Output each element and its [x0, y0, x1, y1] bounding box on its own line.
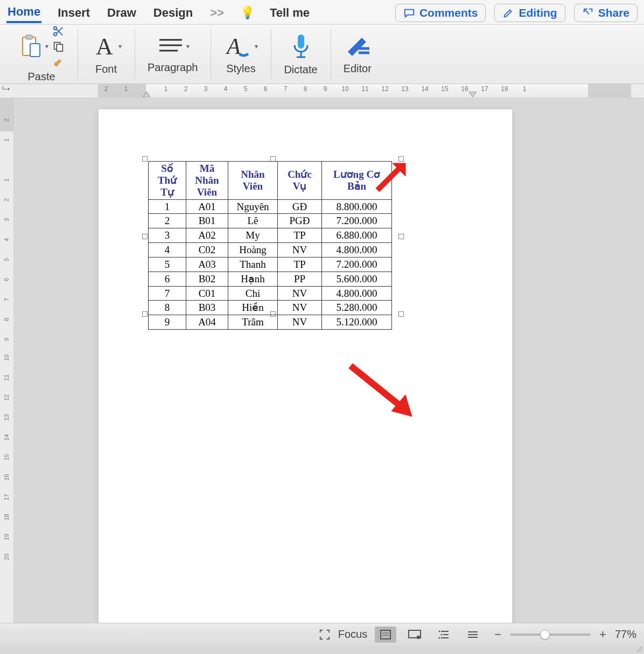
table-row[interactable]: 2B01LêPGĐ7.200.000 [149, 214, 392, 228]
document-page[interactable]: Số Thứ Tự Mã Nhân Viên Nhân Viên Chức Vụ… [98, 109, 513, 630]
window-resize-corner[interactable] [635, 645, 643, 653]
table-cell[interactable]: C01 [186, 286, 228, 301]
cut-button[interactable] [52, 25, 64, 37]
editor-button[interactable] [344, 33, 372, 59]
table-cell[interactable]: Lê [228, 214, 278, 228]
resize-handle-bl[interactable] [142, 311, 148, 317]
zoom-out-button[interactable]: − [491, 628, 505, 642]
table-cell[interactable]: Hiền [228, 301, 278, 315]
tab-design[interactable]: Design [152, 4, 194, 22]
table-cell[interactable]: 4 [149, 243, 186, 258]
comments-button[interactable]: Comments [395, 4, 486, 22]
table-cell[interactable]: My [228, 228, 278, 243]
resize-handle-ml[interactable] [142, 234, 148, 239]
font-dialog-button[interactable]: A ▾ [90, 33, 122, 60]
table-row[interactable]: 9A04TrâmNV5.120.000 [149, 315, 392, 330]
view-web-layout[interactable] [404, 627, 425, 643]
table-cell[interactable]: B03 [186, 301, 228, 315]
paragraph-dialog-button[interactable]: ▾ [156, 34, 190, 58]
table-cell[interactable]: 8 [149, 301, 186, 315]
table-cell[interactable]: NV [278, 286, 322, 301]
table-cell[interactable]: 8.800.000 [322, 199, 392, 214]
table-cell[interactable]: 5.280.000 [322, 301, 392, 315]
horizontal-ruler[interactable]: 211234567891011121314151617181 [98, 84, 631, 98]
employee-table[interactable]: Số Thứ Tự Mã Nhân Viên Nhân Viên Chức Vụ… [148, 161, 392, 330]
table-cell[interactable]: 2 [149, 214, 186, 228]
indent-marker-first[interactable] [143, 92, 150, 97]
table-cell[interactable]: PGĐ [278, 214, 322, 228]
focus-label[interactable]: Focus [338, 628, 367, 641]
tab-home[interactable]: Home [6, 3, 41, 23]
resize-handle-tl[interactable] [142, 156, 148, 162]
format-painter-button[interactable] [52, 55, 65, 67]
table-cell[interactable]: 1 [149, 199, 186, 214]
tab-draw[interactable]: Draw [106, 4, 137, 22]
th-stt[interactable]: Số Thứ Tự [149, 162, 186, 200]
table-cell[interactable]: 7.200.000 [322, 257, 392, 272]
table-cell[interactable]: 6 [149, 272, 186, 286]
table-cell[interactable]: NV [278, 315, 322, 330]
table-cell[interactable]: Nguyên [228, 199, 278, 214]
table-cell[interactable]: B02 [186, 272, 228, 286]
table-row[interactable]: 8B03HiềnNV5.280.000 [149, 301, 392, 315]
table-cell[interactable]: 4.800.000 [322, 243, 392, 258]
table-cell[interactable]: 5.600.000 [322, 272, 392, 286]
tab-stop-selector[interactable]: ⮡ [2, 85, 11, 94]
table-cell[interactable]: GĐ [278, 199, 322, 214]
table-cell[interactable]: A02 [186, 228, 228, 243]
table-cell[interactable]: Thanh [228, 257, 278, 272]
table-row[interactable]: 5A03ThanhTP7.200.000 [149, 257, 392, 272]
table-cell[interactable]: A03 [186, 257, 228, 272]
view-outline[interactable] [433, 627, 454, 643]
table-cell[interactable]: TP [278, 228, 322, 243]
share-button[interactable]: Share [574, 4, 638, 22]
table-row[interactable]: 4C02HoàngNV4.800.000 [149, 243, 392, 258]
table-cell[interactable]: 4.800.000 [322, 286, 392, 301]
table-cell[interactable]: TP [278, 257, 322, 272]
zoom-slider-thumb[interactable] [540, 630, 550, 639]
table-cell[interactable]: 7.200.000 [322, 214, 392, 228]
table-cell[interactable]: 7 [149, 286, 186, 301]
table-cell[interactable]: 5.120.000 [322, 315, 392, 330]
zoom-slider[interactable] [510, 634, 591, 636]
view-print-layout[interactable] [375, 627, 396, 643]
table-cell[interactable]: 9 [149, 315, 186, 330]
table-cell[interactable]: 6.880.000 [322, 228, 392, 243]
table-cell[interactable]: B01 [186, 214, 228, 228]
table-cell[interactable]: NV [278, 301, 322, 315]
table-cell[interactable]: 3 [149, 228, 186, 243]
copy-button[interactable] [52, 40, 64, 52]
paste-button[interactable]: ▾ [18, 33, 48, 60]
table-row[interactable]: 1A01NguyênGĐ8.800.000 [149, 199, 392, 214]
tab-insert[interactable]: Insert [57, 4, 91, 22]
table-cell[interactable]: Chi [228, 286, 278, 301]
table-cell[interactable]: A01 [186, 199, 228, 214]
th-ma-nv[interactable]: Mã Nhân Viên [186, 162, 228, 200]
table-cell[interactable]: Trâm [228, 315, 278, 330]
vertical-ruler[interactable]: 211234567891011121314151617181920 [0, 98, 14, 630]
focus-mode-button[interactable] [319, 629, 331, 641]
table-cell[interactable]: A04 [186, 315, 228, 330]
tabs-overflow[interactable]: >> [209, 4, 225, 22]
zoom-in-button[interactable]: + [596, 628, 610, 642]
table-cell[interactable]: PP [278, 272, 322, 286]
table-row[interactable]: 6B02HạnhPP5.600.000 [149, 272, 392, 286]
table-cell[interactable]: C02 [186, 243, 228, 258]
indent-marker-right[interactable] [469, 92, 477, 97]
table-cell[interactable]: 5 [149, 257, 186, 272]
view-draft[interactable] [462, 627, 484, 643]
table-cell[interactable]: Hạnh [228, 272, 278, 286]
editing-mode-button[interactable]: Editing [494, 4, 565, 22]
table-cell[interactable]: NV [278, 243, 322, 258]
tell-me-search[interactable]: Tell me [270, 6, 310, 20]
table-row[interactable]: 3A02MyTP6.880.000 [149, 228, 392, 243]
table-row[interactable]: 7C01ChiNV4.800.000 [149, 286, 392, 301]
zoom-value[interactable]: 77% [615, 628, 636, 641]
styles-gallery-button[interactable]: A ▾ [223, 33, 258, 59]
table-cell[interactable]: Hoàng [228, 243, 278, 258]
th-chuc-vu[interactable]: Chức Vụ [278, 162, 322, 200]
th-nhan-vien[interactable]: Nhân Viên [228, 162, 278, 200]
dictate-button[interactable] [290, 32, 312, 60]
resize-handle-mr[interactable] [398, 234, 404, 239]
resize-handle-br[interactable] [398, 311, 404, 317]
